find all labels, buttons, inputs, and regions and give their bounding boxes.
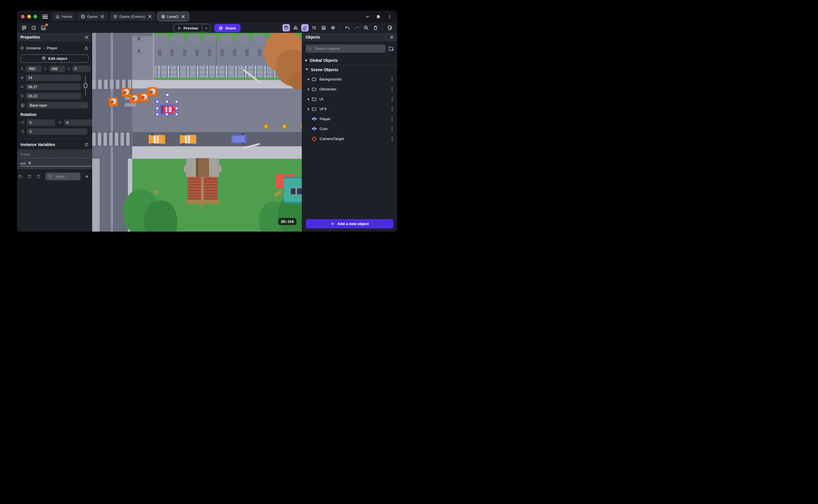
z-input[interactable] [72, 65, 90, 72]
chevron-down-icon[interactable] [365, 14, 370, 19]
folder-label: Backgrounds [319, 77, 342, 81]
tab-close-icon[interactable] [100, 14, 104, 19]
depth-input[interactable] [26, 93, 81, 99]
close-objects-icon[interactable] [390, 35, 394, 39]
add-folder-icon[interactable] [388, 46, 394, 51]
coin[interactable] [263, 124, 269, 129]
selection-handle[interactable] [156, 113, 159, 116]
menu-hamburger-icon[interactable] [42, 15, 48, 19]
object-folder-vfx[interactable]: VFX [302, 104, 397, 114]
delete-variable-icon[interactable] [36, 174, 41, 179]
height-input[interactable] [26, 84, 81, 90]
more-vertical-icon[interactable] [390, 126, 394, 132]
object-folder-ui[interactable]: UI [302, 94, 397, 104]
close-window-button[interactable] [21, 15, 25, 18]
more-vertical-icon[interactable] [390, 116, 394, 122]
toggle-3d-view-icon[interactable] [282, 24, 290, 31]
variable-row[interactable]: Force 123 0 [17, 149, 95, 169]
object-item-coin[interactable]: Coin [302, 124, 397, 134]
tab-close-icon[interactable] [148, 14, 152, 19]
selected-player-instance[interactable] [161, 106, 175, 113]
tab-close-icon[interactable] [181, 14, 185, 19]
object-item-player[interactable]: Player [302, 114, 397, 124]
selection-handle[interactable] [175, 100, 178, 103]
zoom-in-icon[interactable] [362, 24, 370, 31]
selection-handle[interactable] [165, 113, 168, 116]
panels-layout-icon[interactable] [20, 24, 28, 31]
save-icon[interactable] [40, 24, 47, 31]
copy-icon[interactable] [18, 174, 22, 179]
events-sheet-icon[interactable] [386, 24, 394, 31]
open-variables-dialog-icon[interactable] [84, 143, 88, 147]
selection-handle[interactable] [175, 113, 178, 116]
coin[interactable] [282, 124, 287, 129]
edit-object-button[interactable]: Edit object [20, 54, 88, 63]
obstacle-crate[interactable] [148, 87, 157, 96]
car-yellow[interactable] [180, 135, 196, 144]
obstacle-crate[interactable] [130, 94, 139, 103]
share-button[interactable]: Share [214, 24, 240, 32]
car-yellow[interactable] [149, 135, 165, 144]
tab-game[interactable]: Game [77, 12, 108, 21]
x-input[interactable] [26, 65, 42, 72]
building-corner [132, 33, 154, 80]
history-icon[interactable] [30, 24, 37, 31]
rotation-z-input[interactable] [27, 128, 87, 135]
paste-clipboard-icon[interactable] [27, 174, 31, 179]
scene-objects-group[interactable]: Scene Objects [302, 65, 397, 74]
instances-list-icon[interactable] [310, 24, 318, 31]
scene-canvas[interactable]: 29;-116 [92, 33, 302, 232]
rotate-handle[interactable] [166, 93, 169, 97]
selection-handle[interactable] [165, 100, 168, 103]
variables-search-input[interactable] [55, 174, 76, 179]
objects-search-input[interactable] [314, 46, 382, 51]
tab-home[interactable]: Home [52, 12, 76, 21]
obstacle-crate[interactable] [139, 93, 149, 102]
object-folder-obstacles[interactable]: Obstacles [302, 84, 397, 94]
add-new-object-button[interactable]: Add a new object [306, 219, 393, 228]
width-input[interactable] [26, 75, 81, 81]
more-vertical-icon[interactable] [390, 136, 394, 142]
tab-level1[interactable]: Level1 [157, 12, 189, 21]
rotation-x-input[interactable] [27, 119, 55, 126]
selection-handle[interactable] [156, 100, 159, 103]
layers-icon[interactable] [320, 24, 327, 31]
more-vertical-icon[interactable] [390, 86, 394, 92]
obstacle-crate[interactable] [109, 97, 118, 106]
maximize-window-button[interactable] [33, 15, 37, 18]
object-item-camera-target[interactable]: CameraTarget [302, 134, 397, 144]
close-properties-icon[interactable] [85, 35, 88, 39]
variable-value[interactable]: 0 [29, 161, 31, 165]
layer-select[interactable]: Base layer ⌄ [27, 102, 88, 109]
preview-options-dropdown[interactable] [202, 24, 210, 32]
trash-icon[interactable] [372, 24, 379, 31]
more-vertical-icon[interactable] [390, 106, 394, 112]
y-input[interactable] [49, 65, 65, 72]
car-blue[interactable] [231, 134, 246, 144]
layer-value: Base layer [30, 103, 47, 107]
redo-icon[interactable] [353, 24, 360, 31]
lock-proportions-icon[interactable] [84, 76, 87, 96]
variable-name[interactable]: Force [20, 152, 91, 158]
preview-button[interactable]: Preview [174, 26, 202, 30]
objects-cubes-icon[interactable] [292, 24, 299, 31]
selection-handle[interactable] [175, 107, 178, 110]
minimize-window-button[interactable] [27, 15, 31, 18]
rotation-y-input[interactable] [64, 119, 94, 126]
variables-search[interactable] [45, 173, 81, 180]
more-vertical-icon[interactable] [390, 96, 394, 102]
unlock-icon[interactable] [84, 46, 88, 50]
more-vertical-icon[interactable] [387, 14, 392, 19]
undo-icon[interactable] [344, 24, 351, 31]
tab-game-events[interactable]: Game (Events) [109, 12, 156, 21]
obstacle-crate[interactable] [121, 88, 130, 97]
objects-search[interactable] [305, 45, 385, 53]
more-vertical-icon[interactable] [390, 76, 394, 82]
global-objects-group[interactable]: Global Objects [302, 56, 397, 65]
add-variable-button[interactable]: + [85, 174, 88, 179]
extensions-puzzle-icon[interactable] [376, 14, 381, 19]
selection-handle[interactable] [156, 107, 159, 110]
object-folder-backgrounds[interactable]: Backgrounds [302, 74, 397, 84]
edit-pencil-icon[interactable] [301, 24, 308, 31]
grid-icon[interactable] [329, 24, 337, 31]
